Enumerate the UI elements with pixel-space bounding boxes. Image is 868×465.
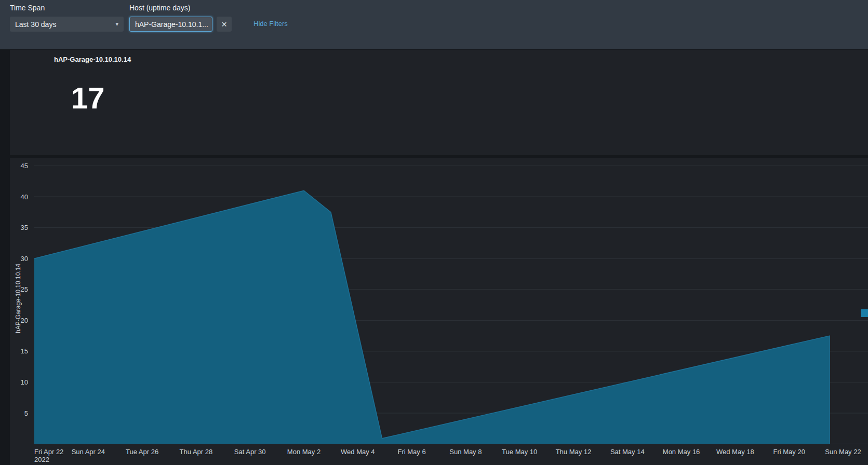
svg-text:2022: 2022: [34, 456, 49, 463]
chevron-down-icon: ▾: [115, 21, 118, 28]
chart-edge-fragment: [861, 309, 868, 317]
svg-text:Fri May 6: Fri May 6: [398, 448, 426, 456]
svg-text:Sat Apr 30: Sat Apr 30: [234, 448, 266, 456]
svg-text:Fri May 20: Fri May 20: [773, 448, 805, 456]
single-value-panel: hAP-Garage-10.10.10.14 17: [10, 50, 868, 155]
clear-host-button[interactable]: ✕: [217, 17, 232, 32]
svg-text:Thu May 12: Thu May 12: [556, 448, 592, 456]
hide-filters-link[interactable]: Hide Filters: [253, 20, 288, 28]
svg-text:30: 30: [21, 255, 28, 263]
host-value: hAP-Garage-10.10.1...: [135, 20, 208, 29]
time-span-label: Time Span: [10, 4, 45, 12]
svg-text:Mon May 16: Mon May 16: [663, 448, 700, 456]
svg-text:Fri Apr 22: Fri Apr 22: [34, 448, 63, 456]
svg-text:40: 40: [21, 193, 28, 201]
svg-text:45: 45: [21, 162, 28, 170]
svg-text:Sun Apr 24: Sun Apr 24: [72, 448, 105, 456]
svg-text:25: 25: [21, 285, 28, 293]
dashboard: Time Span Last 30 days ▾ Host (uptime da…: [0, 0, 868, 465]
svg-text:35: 35: [21, 224, 28, 231]
svg-text:Wed May 4: Wed May 4: [341, 448, 375, 456]
close-icon: ✕: [221, 20, 228, 29]
host-dropdown[interactable]: hAP-Garage-10.10.1... ▾: [129, 17, 212, 32]
svg-text:5: 5: [24, 409, 28, 417]
svg-text:20: 20: [21, 317, 28, 324]
panel-title: hAP-Garage-10.10.10.14: [54, 56, 131, 63]
svg-text:Tue May 10: Tue May 10: [502, 448, 537, 456]
time-span-value: Last 30 days: [15, 20, 56, 29]
svg-text:Thu Apr 28: Thu Apr 28: [180, 448, 213, 456]
time-span-dropdown[interactable]: Last 30 days ▾: [10, 17, 124, 32]
svg-text:Sun May 22: Sun May 22: [825, 448, 861, 456]
single-value: 17: [71, 83, 105, 113]
svg-text:Tue Apr 26: Tue Apr 26: [126, 448, 158, 456]
svg-text:Wed May 18: Wed May 18: [716, 448, 754, 456]
svg-text:15: 15: [21, 347, 28, 355]
chart-panel: hAP-Garage-10.10.10.14 51015202530354045…: [10, 158, 868, 465]
filter-bar: Time Span Last 30 days ▾ Host (uptime da…: [0, 0, 868, 49]
host-filter-label: Host (uptime days): [129, 4, 190, 12]
svg-text:10: 10: [21, 378, 28, 386]
uptime-area-chart[interactable]: 51015202530354045Fri Apr 222022Sun Apr 2…: [10, 158, 868, 465]
svg-text:Mon May 2: Mon May 2: [287, 448, 321, 456]
svg-text:Sat May 14: Sat May 14: [610, 448, 645, 456]
svg-text:Sun May 8: Sun May 8: [449, 448, 482, 456]
